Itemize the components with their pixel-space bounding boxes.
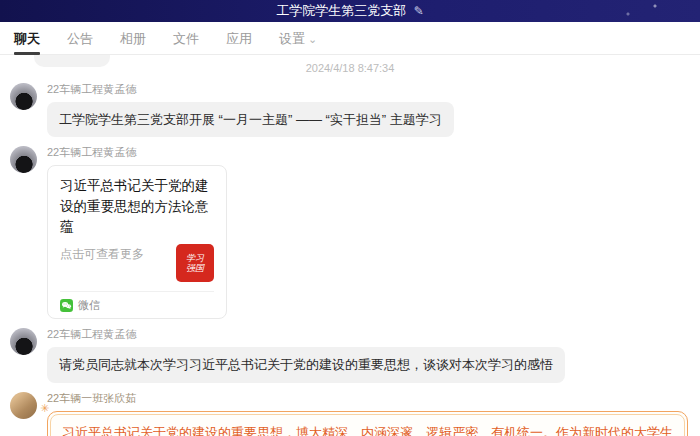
link-card-title: 习近平总书记关于党的建设的重要思想的方法论意蕴 bbox=[60, 176, 214, 237]
link-card[interactable]: 习近平总书记关于党的建设的重要思想的方法论意蕴 点击可查看更多 学习强国 bbox=[47, 165, 227, 319]
tab-chat[interactable]: 聊天 bbox=[14, 22, 40, 55]
tab-settings-label: 设置 bbox=[279, 31, 305, 46]
card-source-label: 微信 bbox=[78, 298, 100, 313]
chat-message: 22车辆一班张欣茹 ✳ 习近平总书记关于党的建设的重要思想，博大精深、内涵深邃、… bbox=[10, 391, 690, 436]
sender-name: 22车辆一班张欣茹 bbox=[47, 391, 690, 406]
sender-name: 22车辆工程黄孟德 bbox=[47, 82, 690, 97]
sender-name: 22车辆工程黄孟德 bbox=[47, 145, 690, 160]
sender-name: 22车辆工程黄孟德 bbox=[47, 327, 690, 342]
message-text: 习近平总书记关于党的建设的重要思想，博大精深、内涵深邃、逻辑严密、有机统一。作为… bbox=[62, 425, 673, 436]
avatar[interactable] bbox=[10, 328, 37, 355]
window-titlebar: 工学院学生第三党支部 ✎ bbox=[0, 0, 700, 22]
tab-apps[interactable]: 应用 bbox=[226, 22, 252, 55]
wechat-icon bbox=[60, 299, 73, 312]
chat-message: 22车辆工程黄孟德 请党员同志就本次学习习近平总书记关于党的建设的重要思想，谈谈… bbox=[10, 327, 690, 382]
tab-album-label: 相册 bbox=[120, 31, 146, 46]
study-logo-text: 学习强国 bbox=[182, 253, 208, 274]
message-bubble-themed[interactable]: 习近平总书记关于党的建设的重要思想，博大精深、内涵深邃、逻辑严密、有机统一。作为… bbox=[47, 411, 688, 436]
chat-message-list[interactable]: 2024/4/18 8:47:34 22车辆工程黄孟德 工学院学生第三党支部开展… bbox=[0, 55, 700, 436]
partial-message-bubble bbox=[34, 55, 110, 67]
chevron-down-icon: ⌄ bbox=[308, 33, 317, 45]
timestamp: 2024/4/18 8:47:34 bbox=[10, 55, 690, 74]
chat-message: 22车辆工程黄孟德 习近平总书记关于党的建设的重要思想的方法论意蕴 点击可查看更… bbox=[10, 145, 690, 319]
tab-files[interactable]: 文件 bbox=[173, 22, 199, 55]
tab-announcement[interactable]: 公告 bbox=[67, 22, 93, 55]
tab-announcement-label: 公告 bbox=[67, 31, 93, 46]
group-title: 工学院学生第三党支部 bbox=[276, 3, 406, 18]
tab-chat-label: 聊天 bbox=[14, 31, 40, 46]
avatar[interactable] bbox=[10, 83, 37, 110]
tab-album[interactable]: 相册 bbox=[120, 22, 146, 55]
link-card-subtitle: 点击可查看更多 bbox=[60, 244, 144, 263]
tab-settings[interactable]: 设置⌄ bbox=[279, 22, 317, 55]
tab-apps-label: 应用 bbox=[226, 31, 252, 46]
chat-message: 22车辆工程黄孟德 工学院学生第三党支部开展 “一月一主题” —— “实干担当”… bbox=[10, 82, 690, 137]
tab-bar: 聊天 公告 相册 文件 应用 设置⌄ bbox=[0, 22, 700, 55]
avatar[interactable] bbox=[10, 146, 37, 173]
avatar[interactable] bbox=[10, 392, 37, 419]
sparkle-decoration-icon: ✳ bbox=[40, 402, 49, 415]
edit-title-icon[interactable]: ✎ bbox=[414, 4, 424, 18]
tab-files-label: 文件 bbox=[173, 31, 199, 46]
message-bubble[interactable]: 请党员同志就本次学习习近平总书记关于党的建设的重要思想，谈谈对本次学习的感悟 bbox=[47, 347, 565, 382]
study-logo-thumbnail: 学习强国 bbox=[176, 244, 214, 282]
message-bubble[interactable]: 工学院学生第三党支部开展 “一月一主题” —— “实干担当” 主题学习 bbox=[47, 102, 454, 137]
